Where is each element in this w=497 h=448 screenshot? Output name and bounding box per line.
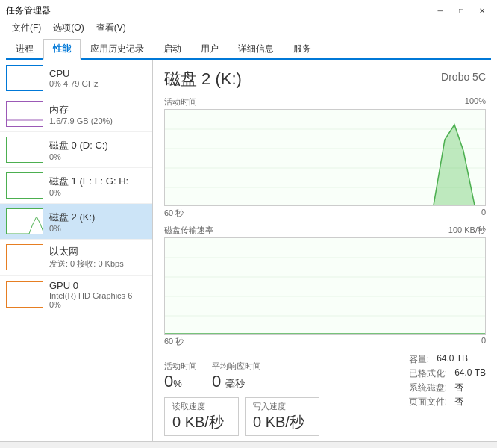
sidebar: CPU0% 4.79 GHz内存1.6/7.9 GB (20%)磁盘 0 (D:… [0, 60, 153, 441]
menu-bar: 文件(F)选项(O)查看(V) [6, 20, 491, 36]
panel-title-block: 磁盘 2 (K:) [164, 68, 242, 90]
stats-block: 活动时间 0% 平均响应时间 0 毫秒 读取速度 0 KB/秒 写入速度 [164, 353, 319, 436]
activity-time-right: 0 [481, 208, 486, 219]
sidebar-item-info-5: 以太网发送: 0 接收: 0 Kbps [49, 245, 146, 270]
system-disk-key: 系统磁盘: [409, 382, 447, 394]
tab-服务[interactable]: 服务 [284, 39, 321, 60]
formatted-key: 已格式化: [409, 367, 447, 380]
write-speed-block: 写入速度 0 KB/秒 [245, 397, 319, 436]
sidebar-item-name-5: 以太网 [49, 245, 146, 258]
sidebar-item-name-6: GPU 0 [49, 280, 146, 291]
tab-进程[interactable]: 进程 [6, 39, 43, 60]
menu-item[interactable]: 文件(F) [6, 20, 47, 36]
activity-max: 100% [465, 96, 486, 108]
capacity-val: 64.0 TB [437, 353, 468, 366]
avg-response-value: 0 毫秒 [212, 372, 261, 391]
sidebar-item-GPU 0[interactable]: GPU 0Intel(R) HD Graphics 6 0% [0, 276, 152, 314]
app-title: 任务管理器 [6, 4, 51, 17]
sidebar-item-info-2: 磁盘 0 (D: C:)0% [49, 139, 146, 161]
formatted-val: 64.0 TB [454, 367, 486, 380]
read-speed-value: 0 KB/秒 [172, 412, 231, 432]
write-speed-value: 0 KB/秒 [253, 412, 311, 432]
sidebar-item-detail-6: Intel(R) HD Graphics 6 0% [49, 291, 146, 309]
speed-row: 读取速度 0 KB/秒 写入速度 0 KB/秒 [164, 397, 319, 436]
activity-chart-svg [165, 110, 485, 205]
system-disk-row: 系统磁盘: 否 [409, 382, 486, 394]
tab-应用历史记录[interactable]: 应用历史记录 [81, 39, 154, 60]
activity-time-left: 60 秒 [164, 208, 184, 219]
sidebar-item-info-0: CPU0% 4.79 GHz [49, 68, 146, 88]
sidebar-item-name-0: CPU [49, 68, 146, 79]
system-disk-val: 否 [454, 382, 463, 394]
capacity-key: 容量: [409, 353, 429, 366]
info-section: 活动时间 0% 平均响应时间 0 毫秒 读取速度 0 KB/秒 写入速度 [164, 353, 486, 436]
tab-详细信息[interactable]: 详细信息 [228, 39, 284, 60]
read-speed-label: 读取速度 [172, 401, 231, 412]
menu-item[interactable]: 选项(O) [47, 20, 90, 36]
sidebar-item-info-4: 磁盘 2 (K:)0% [49, 211, 146, 233]
activity-chart-area [164, 109, 486, 206]
transfer-time-right: 0 [481, 336, 486, 347]
tab-用户[interactable]: 用户 [191, 39, 228, 60]
avg-response-label: 平均响应时间 [212, 361, 261, 372]
active-time-value: 0% [164, 372, 197, 391]
main-content: CPU0% 4.79 GHz内存1.6/7.9 GB (20%)磁盘 0 (D:… [0, 60, 497, 441]
mini-chart-1 [6, 101, 43, 127]
activity-chart-bottom: 60 秒 0 [164, 208, 486, 219]
activity-chart-label-row: 活动时间 100% [164, 96, 486, 108]
avg-response-stat: 平均响应时间 0 毫秒 [212, 361, 261, 391]
sidebar-item-name-4: 磁盘 2 (K:) [49, 211, 146, 224]
maximize-button[interactable]: □ [452, 5, 470, 17]
svg-marker-4 [434, 125, 475, 205]
tab-启动[interactable]: 启动 [154, 39, 191, 60]
read-speed-block: 读取速度 0 KB/秒 [164, 397, 239, 436]
sidebar-item-info-6: GPU 0Intel(R) HD Graphics 6 0% [49, 280, 146, 309]
tabs-bar: 进程性能应用历史记录启动用户详细信息服务 [6, 37, 491, 60]
sidebar-item-detail-0: 0% 4.79 GHz [49, 79, 146, 88]
transfer-time-left: 60 秒 [164, 336, 184, 347]
transfer-chart-bottom: 60 秒 0 [164, 336, 486, 347]
stats-row: 活动时间 0% 平均响应时间 0 毫秒 [164, 361, 319, 391]
transfer-chart-area [164, 237, 486, 335]
sidebar-item-name-1: 内存 [49, 103, 146, 116]
sidebar-item-内存[interactable]: 内存1.6/7.9 GB (20%) [0, 96, 152, 132]
sidebar-item-info-1: 内存1.6/7.9 GB (20%) [49, 103, 146, 125]
info-col: 容量: 64.0 TB 已格式化: 64.0 TB 系统磁盘: 否 页面文件: … [409, 353, 486, 436]
sidebar-item-以太网[interactable]: 以太网发送: 0 接收: 0 Kbps [0, 240, 152, 276]
page-file-key: 页面文件: [409, 396, 447, 408]
activity-label: 活动时间 [164, 96, 197, 108]
activity-chart-section: 活动时间 100% 60 秒 0 [164, 96, 486, 219]
mini-chart-2 [6, 137, 43, 163]
close-button[interactable]: ✕ [473, 5, 491, 17]
right-panel: 磁盘 2 (K:) Drobo 5C 活动时间 100% [153, 60, 497, 441]
sidebar-item-detail-3: 0% [49, 188, 146, 197]
panel-subtitle: Drobo 5C [441, 71, 486, 83]
active-time-label: 活动时间 [164, 361, 197, 372]
menu-item[interactable]: 查看(V) [90, 20, 132, 36]
sidebar-item-info-3: 磁盘 1 (E: F: G: H:0% [49, 175, 146, 197]
panel-header: 磁盘 2 (K:) Drobo 5C [164, 68, 486, 90]
transfer-label: 磁盘传输速率 [164, 225, 213, 236]
transfer-chart-section: 磁盘传输速率 100 KB/秒 60 秒 0 [164, 225, 486, 347]
mini-chart-0 [6, 65, 43, 91]
mini-chart-4 [6, 208, 43, 234]
panel-title: 磁盘 2 (K:) [164, 68, 242, 90]
capacity-row: 容量: 64.0 TB [409, 353, 486, 366]
write-speed-label: 写入速度 [253, 401, 311, 412]
sidebar-item-name-3: 磁盘 1 (E: F: G: H: [49, 175, 146, 188]
tab-性能[interactable]: 性能 [43, 39, 81, 60]
transfer-chart-svg [165, 238, 485, 334]
bottom-bar: ▲ 简略信息(D) ⊘ 打开资源监视器 [0, 441, 497, 448]
transfer-max: 100 KB/秒 [448, 225, 486, 236]
active-time-stat: 活动时间 0% [164, 361, 197, 391]
sidebar-item-CPU[interactable]: CPU0% 4.79 GHz [0, 60, 152, 96]
sidebar-item-磁盘 0 (D: C:)[interactable]: 磁盘 0 (D: C:)0% [0, 132, 152, 168]
page-file-row: 页面文件: 否 [409, 396, 486, 408]
minimize-button[interactable]: ─ [431, 5, 449, 17]
sidebar-item-detail-2: 0% [49, 152, 146, 161]
sidebar-item-磁盘 1 (E: F: G: H:[interactable]: 磁盘 1 (E: F: G: H:0% [0, 168, 152, 204]
sidebar-item-detail-5: 发送: 0 接收: 0 Kbps [49, 258, 146, 270]
title-bar: 任务管理器 ─ □ ✕ 文件(F)选项(O)查看(V) 进程性能应用历史记录启动… [0, 0, 497, 60]
sidebar-item-磁盘 2 (K:)[interactable]: 磁盘 2 (K:)0% [0, 204, 152, 240]
sidebar-item-name-2: 磁盘 0 (D: C:) [49, 139, 146, 152]
